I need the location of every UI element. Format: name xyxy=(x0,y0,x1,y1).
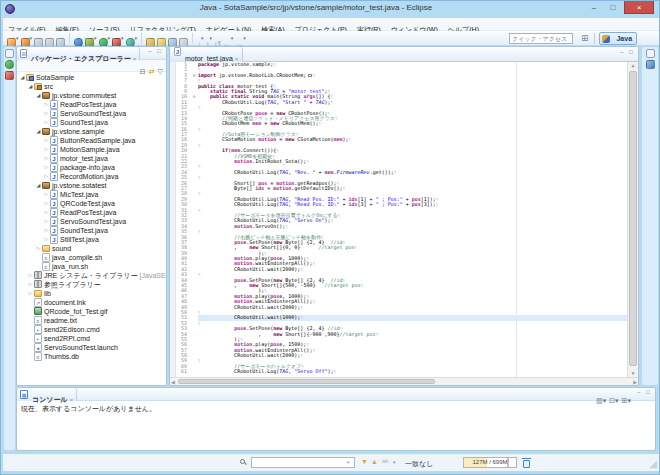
tree-item-java_run.sh[interactable]: ≡java_run.sh xyxy=(17,262,166,271)
tree-item-SoundTest.java[interactable]: ▷JSoundTest.java xyxy=(17,118,166,127)
tree-item-document.lnk[interactable]: ↗document.lnk xyxy=(17,298,166,307)
tree-item-ServoSoundTest.java[interactable]: ▷JServoSoundTest.java xyxy=(17,217,166,226)
expanded-arrow-icon[interactable]: ◢ xyxy=(35,91,42,100)
tree-item-sound[interactable]: ▷sound xyxy=(17,244,166,253)
dropdown-caret-icon[interactable]: ▾ xyxy=(121,33,124,44)
minimized-problems-view-icon[interactable] xyxy=(5,71,14,80)
view-minmax-buttons[interactable]: – □ xyxy=(148,48,163,54)
dropdown-caret-icon[interactable]: ▾ xyxy=(30,33,33,44)
tree-item-参照ライブラリー[interactable]: ▷参照ライブラリー xyxy=(17,280,166,289)
editor-horizontal-scrollbar[interactable]: ◀ ▶ xyxy=(170,377,638,385)
tree-item-RecordMotion.java[interactable]: ▷JRecordMotion.java xyxy=(17,172,166,181)
open-console-button[interactable]: ▥▾ xyxy=(596,397,606,404)
tree-item-java_compile.sh[interactable]: ≡java_compile.sh xyxy=(17,253,166,262)
collapsed-arrow-icon[interactable]: ▷ xyxy=(43,217,50,226)
collapsed-arrow-icon[interactable]: ▷ xyxy=(43,163,50,172)
code-area[interactable]: package jp.vstone.sample;¶¶import jp.vst… xyxy=(198,62,627,377)
collapsed-arrow-icon[interactable]: ▷ xyxy=(43,199,50,208)
highlight-all-icon[interactable]: ab xyxy=(382,458,389,464)
editor-minmax-buttons[interactable]: – □ xyxy=(620,49,635,55)
find-prev-icon[interactable]: ▲ xyxy=(371,458,378,465)
scroll-up-icon[interactable]: ▲ xyxy=(628,63,638,68)
scroll-right-icon[interactable]: ▶ xyxy=(633,378,637,386)
collapsed-arrow-icon[interactable]: ▷ xyxy=(35,244,42,253)
new-wizard-button[interactable]: ▾ xyxy=(7,33,19,44)
tree-item-jp.vstone.sample[interactable]: ◢jp.vstone.sample xyxy=(17,127,166,136)
restore-minimized-view-button[interactable] xyxy=(5,49,14,58)
coverage-button[interactable]: ▾ xyxy=(112,33,124,44)
tree-item-MicTest.java[interactable]: ▷JMicTest.java xyxy=(17,190,166,199)
external-tools-button[interactable]: ▾ xyxy=(126,33,138,44)
quick-access-input[interactable] xyxy=(509,33,573,44)
dropdown-caret-icon[interactable]: ▾ xyxy=(201,33,204,44)
tree-item-QRCodeTest.java[interactable]: ▷JQRCodeTest.java xyxy=(17,199,166,208)
find-options-icon[interactable]: ▾ xyxy=(393,459,396,465)
dropdown-caret-icon[interactable]: ▾ xyxy=(16,33,19,44)
save-all-button[interactable] xyxy=(45,33,54,44)
tree-item-readme.txt[interactable]: ≡readme.txt xyxy=(17,316,166,325)
search-button[interactable] xyxy=(168,33,177,44)
tree-item-StillTest.java[interactable]: ▷JStillTest.java xyxy=(17,235,166,244)
tree-item-QRcode_fot_Test.gif[interactable]: QRcode_fot_Test.gif xyxy=(17,307,166,316)
new-java-project-button[interactable]: ▾ xyxy=(21,33,33,44)
heap-status-gauge[interactable]: 127M / 699M xyxy=(463,457,517,468)
scroll-down-icon[interactable]: ▼ xyxy=(628,371,638,376)
open-perspective-icon[interactable]: ⊞ xyxy=(581,33,589,44)
expanded-arrow-icon[interactable]: ◢ xyxy=(35,181,42,190)
next-annotation-button[interactable]: ↓▾ xyxy=(197,33,204,44)
tree-item-ReadPosTest.java[interactable]: ▷JReadPosTest.java xyxy=(17,208,166,217)
dropdown-caret-icon[interactable]: ▾ xyxy=(243,33,246,44)
restore-minimized-view-button[interactable] xyxy=(646,49,655,58)
dropdown-caret-icon[interactable]: ▾ xyxy=(94,33,97,44)
collapsed-arrow-icon[interactable]: ▷ xyxy=(43,154,50,163)
collapsed-arrow-icon[interactable]: ▷ xyxy=(43,172,50,181)
close-view-icon[interactable]: × xyxy=(133,56,137,62)
back-button[interactable]: ←▾ xyxy=(223,33,234,44)
tree-item-jp.vstone.sotatest[interactable]: ◢jp.vstone.sotatest xyxy=(17,181,166,190)
close-button[interactable]: × xyxy=(624,1,654,14)
console-tab[interactable]: ▦コンソール× xyxy=(17,388,77,401)
tree-item-ButtonReadSample.java[interactable]: ▷JButtonReadSample.java xyxy=(17,136,166,145)
tree-item-ServoSoundTest.launch[interactable]: ●ServoSoundTest.launch xyxy=(17,343,166,352)
tree-item-jp.vstone.commutest[interactable]: ◢jp.vstone.commutest xyxy=(17,91,166,100)
resize-grip[interactable]: ◢ xyxy=(649,458,657,469)
search-icon[interactable] xyxy=(240,459,245,464)
code-line[interactable]: CRobotUtil.Log(TAG, "Servo Off");¶ xyxy=(198,369,627,374)
line-number-ruler[interactable]: 1237891011121314151617181920212223242526… xyxy=(176,62,190,377)
tree-item-src[interactable]: ◢src xyxy=(17,82,166,91)
tree-item-ServoSoundTest.java[interactable]: ▷JServoSoundTest.java xyxy=(17,109,166,118)
find-dropdown-icon[interactable]: ▾ xyxy=(347,459,350,465)
tree-item-ReadPosTest.java[interactable]: ▷JReadPosTest.java xyxy=(17,100,166,109)
last-edit-location-button[interactable]: ↺ xyxy=(214,33,221,44)
new-java-class-button[interactable] xyxy=(146,33,155,44)
expanded-arrow-icon[interactable]: ◢ xyxy=(19,73,26,82)
tree-item-motor_test.java[interactable]: ▷Jmotor_test.java xyxy=(17,154,166,163)
outline-view-icon[interactable] xyxy=(646,60,655,69)
tree-item-send2Edison.cmd[interactable]: ▪send2Edison.cmd xyxy=(17,325,166,334)
editor-tab-motor-test[interactable]: Jmotor_test.java× xyxy=(170,47,243,62)
collapsed-arrow-icon[interactable]: ▷ xyxy=(43,235,50,244)
collapsed-arrow-icon[interactable]: ▷ xyxy=(27,289,34,298)
save-button[interactable] xyxy=(34,33,43,44)
find-next-icon[interactable]: ▼ xyxy=(361,458,368,465)
collapsed-arrow-icon[interactable]: ▷ xyxy=(43,145,50,154)
collapsed-arrow-icon[interactable]: ▷ xyxy=(27,271,34,280)
tree-item-Thumbs.db[interactable]: ≡Thumbs.db xyxy=(17,352,166,361)
run-garbage-collector-icon[interactable] xyxy=(523,460,530,468)
scroll-left-icon[interactable]: ◀ xyxy=(171,378,175,386)
dropdown-caret-icon[interactable]: ▾ xyxy=(135,33,138,44)
vertical-scroll-thumb[interactable] xyxy=(629,71,637,366)
print-button[interactable] xyxy=(56,33,65,44)
package-explorer-tab[interactable]: ⊞パッケージ・エクスプローラー× xyxy=(17,47,140,60)
collapsed-arrow-icon[interactable]: ▷ xyxy=(27,280,34,289)
java-perspective-button[interactable]: Java xyxy=(599,32,637,45)
expanded-arrow-icon[interactable]: ◢ xyxy=(27,82,34,91)
folding-ruler[interactable]: ⊕⊖ xyxy=(190,62,198,377)
dropdown-caret-icon[interactable]: ▾ xyxy=(210,33,213,44)
open-type-button[interactable] xyxy=(157,33,166,44)
collapsed-arrow-icon[interactable]: ▷ xyxy=(43,100,50,109)
horizontal-scroll-thumb[interactable] xyxy=(178,379,435,384)
forward-button[interactable]: →▾ xyxy=(235,33,246,44)
refresh-button[interactable] xyxy=(74,33,83,44)
collapsed-arrow-icon[interactable]: ▷ xyxy=(43,208,50,217)
